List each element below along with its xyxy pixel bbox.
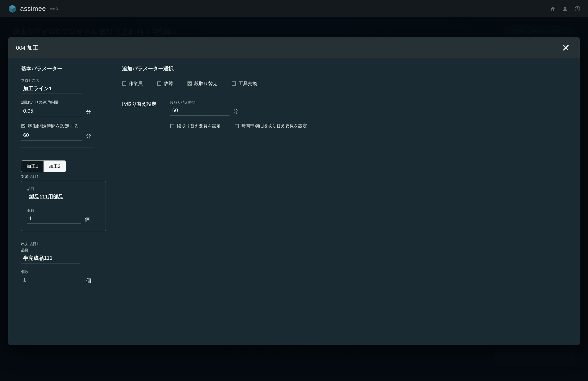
svg-point-5 [577, 10, 578, 10]
topnav-icons [550, 6, 580, 12]
brand: assimee ver.3 [8, 4, 58, 13]
output-qty-input[interactable] [21, 275, 82, 285]
brand-name: assimee [20, 5, 46, 13]
modal-titlebar: 004 加工 ✕ [8, 37, 580, 59]
modal-title: 004 加工 [16, 44, 38, 52]
changeover-staff-by-time-label: 時間帯別に段取り替え要員を設定 [241, 123, 307, 129]
changeover-time-input[interactable] [170, 106, 229, 116]
process-name-label: プロセス名 [21, 78, 106, 83]
brand-logo-icon [8, 4, 17, 13]
changeover-section: 段取り替え設定 段取り替え時間 分 段取り替え要員を設定 [122, 100, 569, 129]
per-cycle-input[interactable] [21, 106, 82, 116]
basic-params-heading: 基本パラメーター [21, 65, 106, 72]
close-icon[interactable]: ✕ [560, 42, 572, 54]
per-cycle-label: 1回あたりの処理時間 [21, 100, 106, 105]
target-qty-label: 個数 [27, 208, 100, 213]
target-qty-input[interactable] [27, 214, 81, 224]
changeover-time-label: 段取り替え時間 [170, 100, 569, 105]
process-settings-modal: 004 加工 ✕ 基本パラメーター プロセス名 1回あたりの処理時間 分 稼働開… [8, 37, 580, 345]
target-item-label: 対象品目1 [21, 174, 106, 179]
target-item-box: 品目 個数 個 [21, 181, 106, 231]
process-name-input[interactable] [21, 84, 82, 94]
changeover-staff-label: 段取り替え要員を設定 [177, 123, 221, 129]
worker-checkbox[interactable] [122, 81, 126, 86]
output-item-label: 出力品目1 [21, 242, 106, 246]
changeover-check-label: 段取り替え [194, 80, 217, 87]
output-item-name-input[interactable] [21, 254, 80, 263]
additional-parameters-pane: 追加パラメーター選択 作業員 故障 段取り替え 工具交換 [114, 59, 580, 345]
help-icon[interactable] [575, 6, 580, 12]
start-time-check-label: 稼働開始時間を設定する [28, 123, 79, 129]
tool-check-label: 工具交換 [238, 80, 257, 87]
tab-processing-2[interactable]: 加工2 [44, 161, 66, 172]
changeover-title: 段取り替え設定 [122, 100, 156, 129]
changeover-staff-by-time-checkbox[interactable] [235, 124, 239, 128]
basic-parameters-pane: 基本パラメーター プロセス名 1回あたりの処理時間 分 稼働開始時間を設定する … [8, 59, 114, 345]
home-icon[interactable] [550, 6, 556, 12]
changeover-staff-checkbox[interactable] [170, 124, 174, 128]
processing-tabs: 加工1 加工2 [21, 160, 66, 172]
start-time-checkbox[interactable] [21, 124, 25, 128]
start-time-input[interactable] [21, 131, 82, 140]
target-item-name-input[interactable] [27, 192, 81, 202]
modal-body: 基本パラメーター プロセス名 1回あたりの処理時間 分 稼働開始時間を設定する … [8, 59, 580, 345]
output-qty-unit: 個 [86, 277, 91, 285]
brand-version: ver.3 [50, 7, 58, 11]
fault-check-label: 故障 [164, 80, 173, 87]
target-item-name-label: 品目 [27, 187, 100, 191]
worker-check-label: 作業員 [129, 80, 143, 87]
svg-point-3 [564, 7, 566, 9]
param-checkboxes: 作業員 故障 段取り替え 工具交換 [122, 78, 569, 93]
output-qty-label: 個数 [21, 270, 106, 274]
start-time-unit: 分 [86, 132, 91, 140]
output-item-name-label: 品目 [21, 248, 106, 253]
user-icon[interactable] [562, 6, 568, 12]
changeover-time-unit: 分 [233, 108, 238, 116]
additional-params-heading: 追加パラメーター選択 [122, 65, 569, 72]
tool-checkbox[interactable] [232, 81, 236, 86]
fault-checkbox[interactable] [157, 81, 161, 86]
tab-processing-1[interactable]: 加工1 [21, 161, 44, 172]
target-qty-unit: 個 [85, 216, 90, 224]
changeover-checkbox[interactable] [188, 81, 192, 86]
top-navbar: assimee ver.3 [0, 0, 588, 17]
per-cycle-unit: 分 [86, 108, 91, 116]
